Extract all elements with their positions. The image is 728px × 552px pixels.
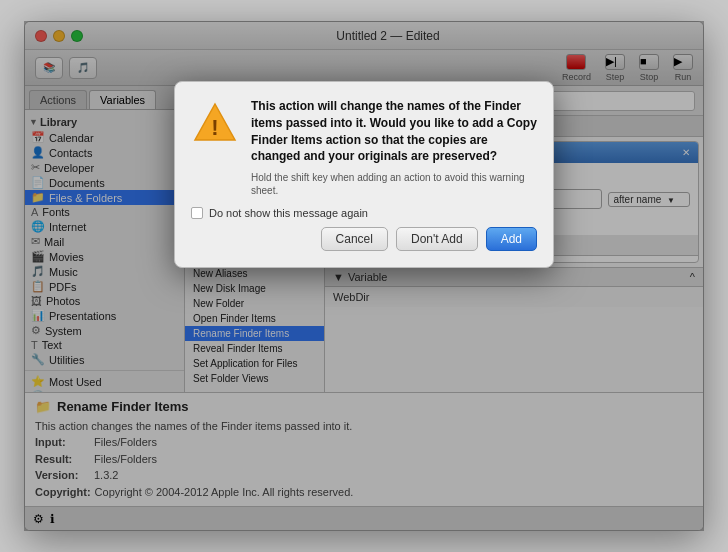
- modal-sub-text: Hold the shift key when adding an action…: [251, 171, 537, 197]
- dont-add-button[interactable]: Don't Add: [396, 227, 478, 251]
- modal-overlay: ! This action will change the names of t…: [24, 21, 704, 531]
- modal-buttons: Cancel Don't Add Add: [191, 227, 537, 251]
- svg-text:!: !: [211, 115, 218, 140]
- modal-text-area: This action will change the names of the…: [251, 98, 537, 197]
- add-button[interactable]: Add: [486, 227, 537, 251]
- checkbox-row: Do not show this message again: [191, 207, 537, 219]
- warning-icon: !: [191, 98, 239, 146]
- modal-dialog: ! This action will change the names of t…: [174, 81, 554, 268]
- modal-title: This action will change the names of the…: [251, 98, 537, 165]
- modal-top: ! This action will change the names of t…: [191, 98, 537, 197]
- cancel-button[interactable]: Cancel: [321, 227, 388, 251]
- dont-show-checkbox[interactable]: [191, 207, 203, 219]
- dont-show-label: Do not show this message again: [209, 207, 368, 219]
